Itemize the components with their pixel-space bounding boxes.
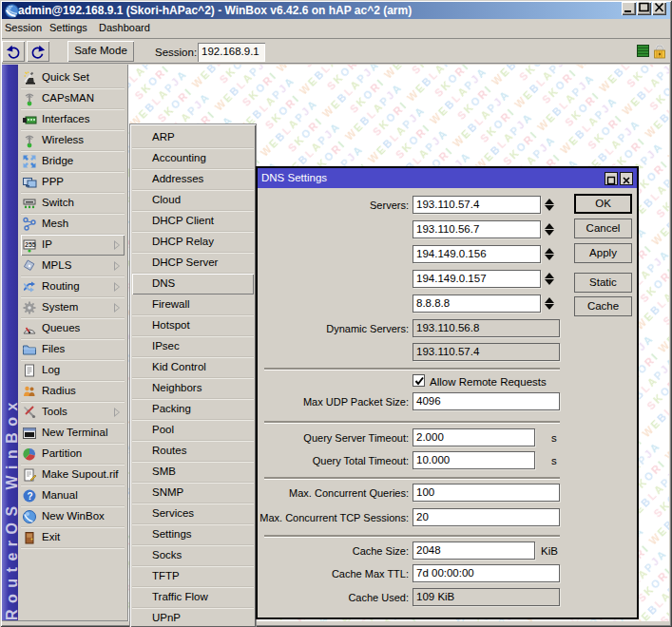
svg-text:?: ? — [27, 491, 32, 502]
svg-text:255: 255 — [25, 241, 36, 248]
